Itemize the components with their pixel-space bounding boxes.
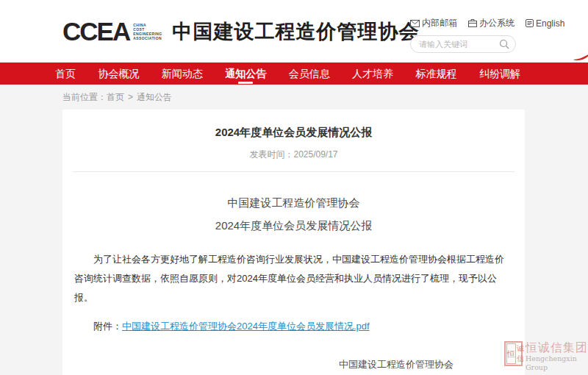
page-title: 2024年度单位会员发展情况公报: [62, 110, 525, 140]
breadcrumb-current-link[interactable]: 通知公告: [137, 92, 172, 102]
nav-item-members[interactable]: 会员信息: [289, 63, 330, 85]
article-paragraph: 为了让社会各方更好地了解工程造价咨询行业发展状况，中国建设工程造价管理协会根据工…: [74, 250, 513, 307]
publish-date-label: 发表时间：: [249, 149, 293, 160]
site-title: 中国建设工程造价管理协会: [173, 18, 420, 45]
document-heading-line1: 中国建设工程造价管理协会: [62, 196, 525, 210]
seal-char-top: 诚: [517, 343, 524, 354]
ccea-logo: CCEA CHINA COST ENGINEERING ASSOCIATION: [62, 18, 162, 44]
nav-item-about[interactable]: 协会概况: [98, 63, 139, 85]
attachment-pdf-link[interactable]: 中国建设工程造价管理协会2024年度单位会员发展情况.pdf: [122, 321, 370, 332]
nav-item-news[interactable]: 新闻动态: [162, 63, 203, 85]
quick-links: 内部邮箱 办公系统 English: [410, 17, 564, 29]
seal-char-left: 恒: [506, 343, 516, 364]
signature-org: 中国建设工程造价管理协会: [312, 358, 481, 371]
search-box: [410, 35, 516, 53]
mail-link[interactable]: 内部邮箱: [410, 17, 457, 29]
ccea-logo-acronym: CCEA: [62, 18, 129, 44]
main-nav-inner: 首页 协会概况 新闻动态 通知公告 会员信息 人才培养 标准规程 纠纷调解: [0, 63, 588, 85]
breadcrumb-home-link[interactable]: 首页: [107, 92, 124, 102]
publish-date-value: 2025/09/17: [293, 149, 337, 160]
nav-item-dispute[interactable]: 纠纷调解: [479, 63, 520, 85]
watermark-name: 恒诚信集团: [526, 341, 588, 354]
site-header: CCEA CHINA COST ENGINEERING ASSOCIATION …: [0, 0, 588, 63]
briefcase-icon: [468, 19, 477, 27]
logo-swoosh-icon: [573, 52, 588, 61]
nav-item-home[interactable]: 首页: [55, 63, 76, 85]
signature-block: 中国建设工程造价管理协会 2025年9月17日: [312, 358, 481, 375]
office-system-link-label: 办公系统: [479, 17, 514, 29]
mail-link-label: 内部邮箱: [422, 17, 457, 29]
seal-right-column: 诚 信: [517, 343, 524, 364]
mail-icon: [410, 20, 420, 27]
nav-item-notices[interactable]: 通知公告: [225, 63, 266, 85]
watermark-name-en: Hengchengxin Group: [526, 354, 588, 372]
attachment-row: 附件：中国建设工程造价管理协会2024年度单位会员发展情况.pdf: [74, 320, 513, 333]
english-link[interactable]: English: [526, 18, 564, 29]
seal-char-bottom: 信: [517, 354, 524, 364]
publish-date: 发表时间：2025/09/17: [62, 149, 525, 161]
breadcrumb: 当前位置：首页>通知公告: [0, 85, 588, 110]
search-icon[interactable]: [499, 39, 509, 49]
logo-sub-line: ASSOCIATION: [133, 36, 162, 40]
article-card: 2024年度单位会员发展情况公报 发表时间：2025/09/17 中国建设工程造…: [62, 110, 525, 375]
document-heading-line2: 2024年度单位会员发展情况公报: [62, 219, 525, 233]
ccea-logo-subtext: CHINA COST ENGINEERING ASSOCIATION: [133, 23, 162, 40]
header-utilities: 内部邮箱 办公系统 English: [410, 17, 564, 53]
nav-item-standards[interactable]: 标准规程: [416, 63, 457, 85]
hengchengxin-seal-icon: 恒 诚 信: [504, 341, 523, 366]
breadcrumb-separator: >: [128, 92, 133, 102]
breadcrumb-prefix: 当前位置：: [62, 92, 107, 102]
attachment-label: 附件：: [93, 321, 122, 332]
globe-icon: [526, 19, 534, 27]
watermark-text: 恒诚信集团 Hengchengxin Group: [526, 341, 588, 372]
title-divider: [73, 171, 514, 172]
english-link-label: English: [536, 18, 564, 29]
hengchengxin-watermark: 恒 诚 信 恒诚信集团 Hengchengxin Group: [504, 341, 588, 372]
main-nav: 首页 协会概况 新闻动态 通知公告 会员信息 人才培养 标准规程 纠纷调解: [0, 63, 588, 85]
nav-item-training[interactable]: 人才培养: [352, 63, 393, 85]
office-system-link[interactable]: 办公系统: [468, 17, 514, 29]
